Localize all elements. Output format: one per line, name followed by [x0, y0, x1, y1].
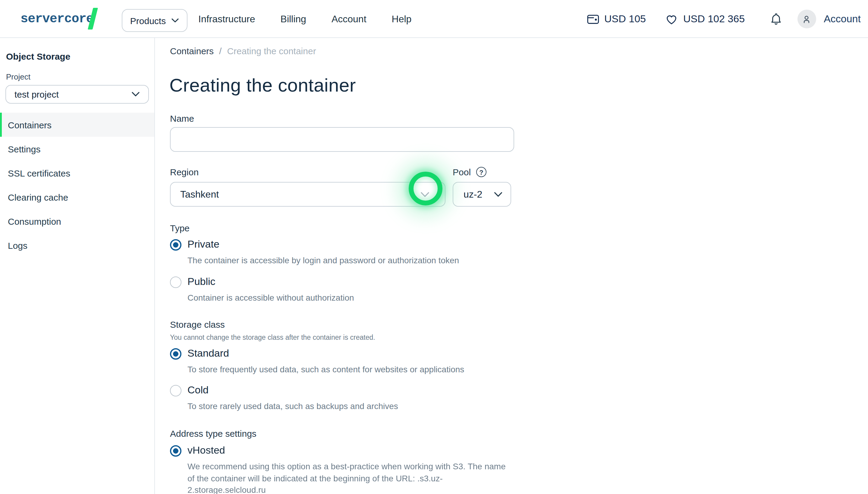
nav-help[interactable]: Help [392, 14, 412, 24]
name-label: Name [170, 113, 194, 124]
radio-row[interactable]: Standard [170, 346, 464, 361]
radio-cold[interactable] [170, 385, 181, 396]
sidebar-item-label: Consumption [8, 216, 61, 226]
pool-help-icon[interactable]: ? [476, 167, 486, 177]
pool-label: Pool [453, 167, 471, 177]
account-menu[interactable]: Account [824, 13, 861, 25]
region-select[interactable]: Tashkent [170, 182, 445, 207]
type-option-public: Public Container is accessible without a… [170, 275, 354, 304]
option-description: We recommend using this option as a best… [187, 461, 506, 494]
pool-select[interactable]: uz-2 [453, 182, 511, 207]
wallet-balance[interactable]: USD 105 [586, 12, 646, 25]
sidebar-item-logs[interactable]: Logs [0, 233, 154, 257]
breadcrumb: Containers / Creating the container [170, 46, 316, 56]
radio-row[interactable]: Cold [170, 383, 398, 398]
user-avatar[interactable] [797, 10, 816, 28]
header-right-cluster: USD 105 USD 102 365 Account [586, 0, 861, 38]
radio-row[interactable]: Public [170, 275, 354, 289]
chevron-down-icon [420, 191, 430, 197]
sidebar-menu: Containers Settings SSL certificates Cle… [0, 113, 154, 257]
bonus-balance[interactable]: USD 102 365 [665, 12, 745, 25]
chevron-down-icon [494, 191, 503, 197]
bell-icon [769, 12, 783, 26]
name-input[interactable] [170, 127, 514, 152]
logo-text: servercore [20, 12, 93, 26]
storage-class-label: Storage class [170, 319, 225, 329]
radio-standard[interactable] [170, 348, 181, 359]
sidebar-item-label: SSL certificates [8, 168, 70, 178]
option-description: The container is accessible by login and… [187, 255, 459, 267]
main-content: Containers / Creating the container Crea… [155, 38, 868, 494]
servercore-logo[interactable]: servercore [20, 10, 93, 28]
storage-option-cold: Cold To store rarely used data, such as … [170, 383, 398, 412]
option-label: vHosted [187, 444, 225, 457]
sidebar-item-ssl-certificates[interactable]: SSL certificates [0, 161, 154, 185]
sidebar-title: Object Storage [6, 51, 70, 61]
sidebar-item-consumption[interactable]: Consumption [0, 209, 154, 233]
breadcrumb-current: Creating the container [227, 46, 316, 56]
radio-private[interactable] [170, 239, 181, 250]
notifications-button[interactable] [769, 12, 783, 26]
top-nav: Infrastructure Billing Account Help [198, 0, 411, 38]
sidebar: Object Storage Project test project Cont… [0, 38, 155, 494]
wallet-balance-value: USD 105 [604, 13, 646, 25]
top-header: servercore Products Infrastructure Billi… [0, 0, 868, 38]
sidebar-item-label: Logs [8, 240, 27, 250]
person-icon [801, 14, 812, 24]
radio-row[interactable]: Private [170, 238, 459, 252]
region-select-value: Tashkent [180, 189, 219, 200]
radio-public[interactable] [170, 276, 181, 288]
project-select[interactable]: test project [5, 85, 149, 103]
region-label: Region [170, 167, 199, 177]
option-label: Standard [187, 348, 229, 360]
project-label: Project [6, 72, 31, 81]
sidebar-item-settings[interactable]: Settings [0, 137, 154, 161]
sidebar-item-label: Settings [8, 144, 40, 154]
wallet-icon [586, 12, 599, 25]
option-label: Cold [187, 384, 208, 396]
storage-option-standard: Standard To store frequently used data, … [170, 346, 464, 376]
option-description: To store rarely used data, such as backu… [187, 401, 398, 412]
breadcrumb-separator: / [219, 46, 222, 56]
sidebar-item-label: Containers [8, 119, 52, 130]
page-title: Creating the container [169, 75, 356, 96]
sidebar-item-clearing-cache[interactable]: Clearing cache [0, 185, 154, 209]
breadcrumb-containers[interactable]: Containers [170, 46, 214, 56]
bonus-balance-value: USD 102 365 [683, 13, 745, 25]
sidebar-item-containers[interactable]: Containers [0, 113, 154, 137]
chevron-down-icon [171, 18, 179, 23]
type-label: Type [170, 223, 189, 233]
radio-row[interactable]: vHosted [170, 443, 506, 458]
products-button[interactable]: Products [122, 9, 187, 32]
type-option-private: Private The container is accessible by l… [170, 238, 459, 267]
option-label: Public [187, 276, 216, 288]
storage-class-note: You cannot change the storage class afte… [170, 334, 375, 341]
option-description: To store frequently used data, such as c… [187, 364, 464, 376]
pool-header: Pool ? [453, 167, 486, 177]
products-button-label: Products [130, 15, 166, 25]
nav-infrastructure[interactable]: Infrastructure [198, 14, 255, 24]
pool-select-value: uz-2 [464, 189, 482, 200]
app-window: servercore Products Infrastructure Billi… [0, 0, 868, 494]
sidebar-item-label: Clearing cache [8, 192, 68, 202]
radio-vhosted[interactable] [170, 445, 181, 456]
address-type-label: Address type settings [170, 428, 257, 439]
option-description: Container is accessible without authoriz… [187, 292, 354, 304]
project-select-value: test project [15, 89, 59, 99]
chevron-down-icon [131, 92, 140, 97]
heart-icon [665, 12, 679, 25]
nav-billing[interactable]: Billing [281, 14, 306, 24]
nav-account[interactable]: Account [332, 14, 367, 24]
option-label: Private [187, 239, 219, 251]
address-option-vhosted: vHosted We recommend using this option a… [170, 443, 506, 494]
